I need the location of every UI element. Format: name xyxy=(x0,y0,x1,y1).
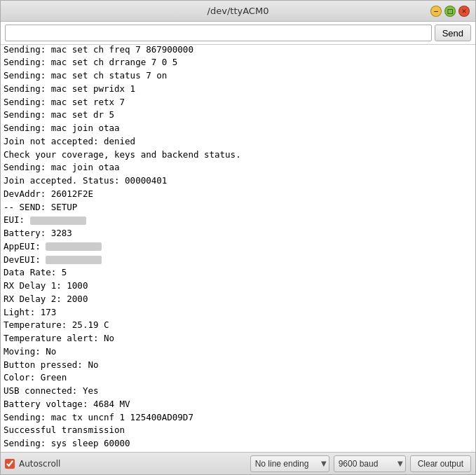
status-bar: Autoscroll No line endingNewlineCarriage… xyxy=(1,452,475,474)
command-input[interactable] xyxy=(5,25,432,41)
send-button[interactable]: Send xyxy=(435,25,471,41)
output-line: DevEUI: xyxy=(4,254,472,267)
output-line: Join not accepted: denied xyxy=(4,135,472,149)
maximize-button[interactable]: □ xyxy=(444,6,456,17)
output-line: Sending: mac join otaa xyxy=(4,122,472,135)
maximize-icon: □ xyxy=(447,8,454,15)
baud-rate-dropdown-wrapper: 300 baud1200 baud2400 baud4800 baud9600 … xyxy=(334,455,406,472)
output-line: Color: Green xyxy=(4,371,472,385)
minimize-button[interactable]: − xyxy=(430,6,442,17)
output-line: Temperature alert: No xyxy=(4,332,472,345)
output-line: EUI: xyxy=(4,214,472,227)
output-line: Sending: mac set ch freq 7 867900000 xyxy=(4,45,472,56)
output-line: Sending: mac tx uncnf 1 125400AD09D7 xyxy=(4,411,472,425)
window-title: /dev/ttyACM0 xyxy=(208,6,269,16)
redacted-text xyxy=(46,256,102,264)
output-line: Sending: mac set ch status 7 on xyxy=(4,69,472,83)
output-line: Sending: mac join otaa xyxy=(4,161,472,174)
output-line: Check your coverage, keys and backend st… xyxy=(4,149,472,162)
output-line: -- SEND: SETUP xyxy=(4,201,472,214)
output-line: Battery: 3283 xyxy=(4,227,472,240)
output-area[interactable]: Sending: mac set ch status 5 onSending: … xyxy=(1,45,475,452)
output-line: Sending: mac set retx 7 xyxy=(4,96,472,109)
output-line: Sending: mac set pwridx 1 xyxy=(4,83,472,96)
output-line: USB connected: Yes xyxy=(4,385,472,398)
output-line: Battery voltage: 4684 MV xyxy=(4,398,472,411)
output-line: Data Rate: 5 xyxy=(4,266,472,280)
baud-rate-select[interactable]: 300 baud1200 baud2400 baud4800 baud9600 … xyxy=(334,455,406,472)
output-line: Button pressed: No xyxy=(4,359,472,372)
minimize-icon: − xyxy=(433,8,439,15)
output-line: RX Delay 2: 2000 xyxy=(4,293,472,306)
title-bar: /dev/ttyACM0 − □ ✕ xyxy=(1,1,475,22)
output-line: Sending: mac set dr 5 xyxy=(4,109,472,122)
autoscroll-checkbox[interactable] xyxy=(5,459,15,469)
main-window: /dev/ttyACM0 − □ ✕ Send Sending: mac set… xyxy=(0,0,476,475)
output-line: DevAddr: 26012F2E xyxy=(4,188,472,201)
redacted-text xyxy=(30,216,86,225)
output-line: Successful transmission xyxy=(4,424,472,437)
output-line: Temperature: 25.19 C xyxy=(4,319,472,332)
input-bar: Send xyxy=(1,22,475,45)
output-line: Join accepted. Status: 00000401 xyxy=(4,174,472,188)
output-line: Moving: No xyxy=(4,345,472,359)
line-ending-dropdown-wrapper: No line endingNewlineCarriage returnBoth… xyxy=(250,455,329,472)
output-line: Sending: sys sleep 60000 xyxy=(4,437,472,450)
line-ending-select[interactable]: No line endingNewlineCarriage returnBoth… xyxy=(250,455,329,472)
autoscroll-label[interactable]: Autoscroll xyxy=(19,459,60,469)
close-button[interactable]: ✕ xyxy=(458,6,470,17)
output-line: Light: 173 xyxy=(4,306,472,319)
clear-output-button[interactable]: Clear output xyxy=(410,455,471,472)
output-line: RX Delay 1: 1000 xyxy=(4,280,472,293)
output-line: Sending: mac set ch drrange 7 0 5 xyxy=(4,56,472,69)
redacted-text xyxy=(46,242,102,251)
close-icon: ✕ xyxy=(461,8,467,15)
output-line: AppEUI: xyxy=(4,240,472,254)
window-controls: − □ ✕ xyxy=(430,6,470,17)
